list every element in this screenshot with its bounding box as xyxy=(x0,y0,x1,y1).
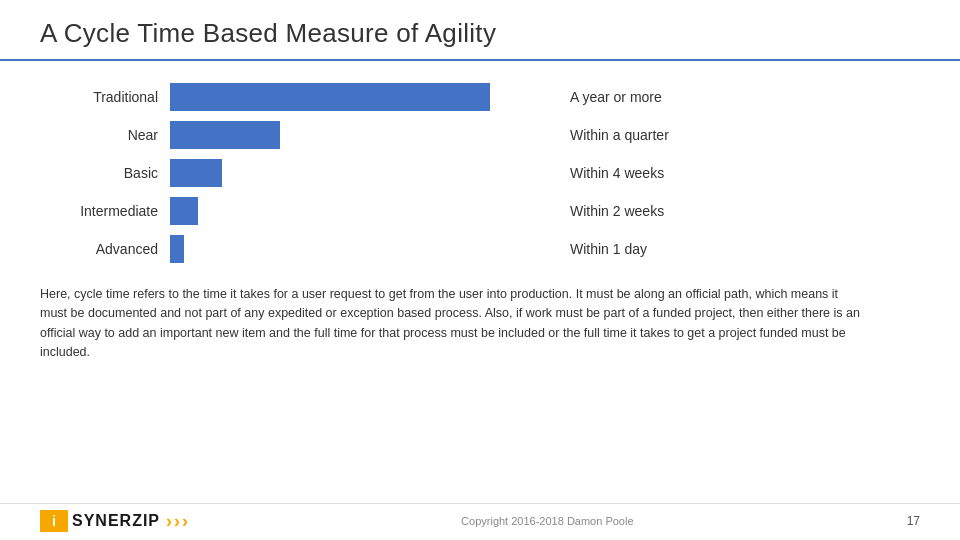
bar-label: Near xyxy=(40,127,170,143)
logo-icon: i xyxy=(40,510,68,532)
slide-title: A Cycle Time Based Measure of Agility xyxy=(40,18,920,49)
slide-content: TraditionalA year or moreNearWithin a qu… xyxy=(0,61,960,503)
bar-value: Within 4 weeks xyxy=(570,165,664,181)
description-text: Here, cycle time refers to the time it t… xyxy=(40,285,860,363)
chart-row: IntermediateWithin 2 weeks xyxy=(40,193,920,229)
bar-value: Within 1 day xyxy=(570,241,647,257)
chart-row: AdvancedWithin 1 day xyxy=(40,231,920,267)
bar-container xyxy=(170,83,550,111)
page-number: 17 xyxy=(907,514,920,528)
copyright-text: Copyright 2016-2018 Damon Poole xyxy=(461,515,633,527)
bar xyxy=(170,235,184,263)
bar-container xyxy=(170,159,550,187)
chart-row: TraditionalA year or more xyxy=(40,79,920,115)
bar xyxy=(170,121,280,149)
bar-label: Traditional xyxy=(40,89,170,105)
bar-label: Intermediate xyxy=(40,203,170,219)
bar-container xyxy=(170,121,550,149)
company-logo: i SYNERZIP › › › xyxy=(40,510,188,532)
bar-container xyxy=(170,235,550,263)
bar xyxy=(170,197,198,225)
bar-value: Within 2 weeks xyxy=(570,203,664,219)
bar-chart: TraditionalA year or moreNearWithin a qu… xyxy=(40,79,920,269)
bar-value: A year or more xyxy=(570,89,662,105)
logo-text: SYNERZIP xyxy=(72,512,160,530)
slide-header: A Cycle Time Based Measure of Agility xyxy=(0,0,960,61)
bar-value: Within a quarter xyxy=(570,127,669,143)
slide: A Cycle Time Based Measure of Agility Tr… xyxy=(0,0,960,540)
bar-label: Basic xyxy=(40,165,170,181)
chevron2-icon: › xyxy=(174,512,180,530)
bar-container xyxy=(170,197,550,225)
bar xyxy=(170,83,490,111)
chart-row: BasicWithin 4 weeks xyxy=(40,155,920,191)
chevron3-icon: › xyxy=(182,512,188,530)
logo-arrows: › › › xyxy=(166,512,188,530)
chart-row: NearWithin a quarter xyxy=(40,117,920,153)
bar xyxy=(170,159,222,187)
chevron1-icon: › xyxy=(166,512,172,530)
slide-footer: i SYNERZIP › › › Copyright 2016-2018 Dam… xyxy=(0,503,960,540)
bar-label: Advanced xyxy=(40,241,170,257)
